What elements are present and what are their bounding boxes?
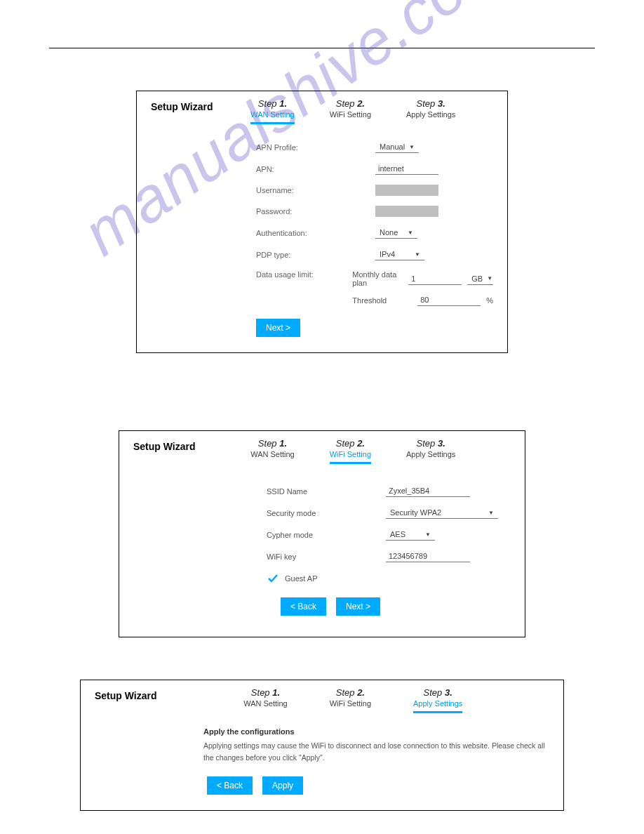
cypher-label: Cypher mode [267,531,358,539]
step-label: Step [417,438,436,449]
apn-profile-label: APN Profile: [256,143,340,152]
step-label: Step [258,98,277,109]
password-input[interactable] [375,206,438,217]
step-num: 2. [357,687,365,698]
ssid-input[interactable]: Zyxel_35B4 [386,485,470,497]
chevron-down-icon: ▼ [409,144,415,150]
wizard-title: Setup Wizard [151,101,213,112]
step-3-tab[interactable]: Step 3. Apply Settings [413,687,462,713]
step-1-tab[interactable]: Step 1. WAN Setting [243,687,288,713]
step-1-tab[interactable]: Step 1. WAN Setting [250,98,295,124]
username-label: Username: [256,186,340,194]
wan-form: APN Profile: Manual▼ APN: internet Usern… [256,141,493,306]
security-select[interactable]: Security WPA2▼ [386,507,498,519]
step-num: 2. [357,98,365,109]
step-sub: WiFi Setting [330,450,371,458]
auth-label: Authentication: [256,229,340,237]
step-label: Step [424,687,443,698]
pdp-label: PDP type: [256,251,340,259]
step-3-tab[interactable]: Step 3. Apply Settings [406,98,455,124]
guest-ap-checkbox[interactable]: Guest AP [267,572,511,585]
step-num: 2. [357,438,365,449]
check-icon [267,572,279,585]
guest-ap-label: Guest AP [285,574,317,583]
step-sub: WiFi Setting [330,699,371,708]
wizard-panel-step1: Setup Wizard Step 1. WAN Setting Step 2.… [136,91,508,353]
wifikey-label: WiFi key [267,552,358,561]
pdp-select[interactable]: IPv4▼ [375,249,424,260]
cypher-value: AES [390,530,405,538]
step-sub: WAN Setting [250,450,295,458]
step-sub: Apply Settings [406,110,455,119]
step-2-tab[interactable]: Step 2. WiFi Setting [330,687,371,713]
monthly-label: Monthly data plan [352,270,403,287]
step-num: 3. [445,687,452,698]
monthly-unit-select[interactable]: GB▼ [467,273,493,285]
wifi-form: SSID Name Zyxel_35B4 Security mode Secur… [267,485,511,585]
chevron-down-icon: ▼ [408,230,413,236]
apn-profile-value: Manual [380,143,405,151]
step-label: Step [417,98,436,109]
next-button[interactable]: Next > [256,319,300,337]
back-button[interactable]: < Back [281,597,326,616]
monthly-unit-value: GB [471,274,483,283]
username-input[interactable] [375,185,438,196]
step-label: Step [336,438,355,449]
security-label: Security mode [267,509,358,517]
back-button[interactable]: < Back [207,776,253,795]
step-sub: Apply Settings [406,450,455,458]
step-3-tab[interactable]: Step 3. Apply Settings [406,438,455,464]
ssid-label: SSID Name [267,487,358,496]
next-button[interactable]: Next > [336,597,380,616]
step-sub: WiFi Setting [330,110,371,119]
step-sub: Apply Settings [413,699,462,708]
wizard-title: Setup Wizard [133,441,196,452]
threshold-input[interactable]: 80 [417,294,481,306]
wizard-title: Setup Wizard [95,690,157,701]
auth-value: None [380,228,398,237]
step-num: 1. [272,687,280,698]
security-value: Security WPA2 [390,508,441,517]
step-2-tab[interactable]: Step 2. WiFi Setting [330,98,371,124]
step-label: Step [336,687,355,698]
step-sub: WAN Setting [250,110,295,119]
apn-label: APN: [256,165,340,173]
pdp-value: IPv4 [380,250,395,258]
password-label: Password: [256,207,340,216]
chevron-down-icon: ▼ [425,531,431,538]
apply-body-text: Applying settings may cause the WiFi to … [203,740,549,764]
threshold-unit: % [486,296,493,305]
cypher-select[interactable]: AES▼ [386,529,435,541]
data-limit-label: Data usage limit: [256,270,324,279]
page-top-rule [49,48,595,48]
apply-heading: Apply the configurations [203,727,549,736]
auth-select[interactable]: None▼ [375,227,417,239]
chevron-down-icon: ▼ [415,251,420,258]
step-label: Step [251,687,270,698]
apn-profile-select[interactable]: Manual▼ [375,141,419,153]
chevron-down-icon: ▼ [487,275,492,282]
apn-input[interactable]: internet [375,163,438,175]
step-num: 1. [279,98,287,109]
step-label: Step [336,98,355,109]
apply-button[interactable]: Apply [262,776,303,795]
monthly-plan-input[interactable]: 1 [408,273,462,285]
chevron-down-icon: ▼ [488,510,494,516]
step-2-tab[interactable]: Step 2. WiFi Setting [330,438,371,464]
step-sub: WAN Setting [243,699,288,708]
wizard-panel-step2: Setup Wizard Step 1. WAN Setting Step 2.… [119,430,525,637]
step-label: Step [258,438,277,449]
wizard-panel-step3: Setup Wizard Step 1. WAN Setting Step 2.… [80,680,564,811]
step-1-tab[interactable]: Step 1. WAN Setting [250,438,295,464]
wifikey-input[interactable]: 123456789 [386,550,470,562]
step-num: 3. [438,438,445,449]
step-num: 1. [279,438,287,449]
threshold-label: Threshold [352,296,387,305]
step-num: 3. [438,98,445,109]
